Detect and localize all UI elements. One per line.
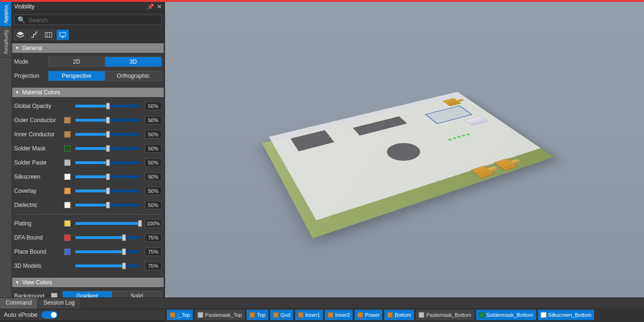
opacity-value[interactable]: 50% bbox=[145, 187, 162, 195]
section-general[interactable]: ▼ General bbox=[12, 43, 164, 53]
chip bbox=[381, 140, 426, 164]
material-label: Inner Conductor bbox=[14, 131, 64, 138]
layer-toggle[interactable]: Pastemask_Top bbox=[195, 310, 245, 320]
opacity-slider[interactable] bbox=[75, 222, 140, 225]
projection-label: Projection bbox=[14, 73, 48, 79]
orthographic-button[interactable]: Orthographic bbox=[105, 71, 161, 81]
opacity-value[interactable]: 50% bbox=[145, 130, 162, 139]
layer-toggle[interactable]: Inner1 bbox=[295, 310, 323, 320]
opacity-slider[interactable] bbox=[75, 190, 140, 192]
layer-toggle[interactable]: Bottom bbox=[384, 310, 414, 320]
layer-toggle[interactable]: :_Top bbox=[167, 310, 193, 320]
mode-3d-button[interactable]: 3D bbox=[105, 57, 161, 66]
material-label: Outer Conductor bbox=[14, 117, 64, 124]
objects-tool-icon[interactable] bbox=[42, 30, 55, 40]
opacity-value[interactable]: 100% bbox=[145, 219, 162, 228]
material-row: Plating100% bbox=[14, 217, 162, 230]
opacity-value[interactable]: 50% bbox=[145, 144, 162, 153]
layer-swatch bbox=[419, 312, 424, 318]
material-label: Silkscreen bbox=[14, 173, 64, 180]
color-swatch[interactable] bbox=[64, 202, 71, 208]
color-swatch[interactable] bbox=[64, 173, 71, 180]
chip bbox=[353, 116, 407, 135]
color-swatch[interactable] bbox=[64, 234, 71, 241]
nets-tool-icon[interactable] bbox=[28, 30, 41, 40]
search-input[interactable] bbox=[28, 17, 158, 24]
color-swatch[interactable] bbox=[64, 248, 71, 255]
material-label: 3D Models bbox=[14, 263, 64, 269]
material-label: Place Bound bbox=[14, 248, 64, 255]
opacity-slider[interactable] bbox=[75, 175, 140, 178]
material-row: Solder Paste50% bbox=[14, 157, 162, 169]
layer-toggle[interactable]: Gnd bbox=[270, 310, 293, 320]
layers-tool-icon[interactable] bbox=[14, 30, 26, 40]
3d-viewport[interactable] bbox=[165, 2, 644, 297]
opacity-slider[interactable] bbox=[75, 161, 140, 164]
close-icon[interactable]: ✕ bbox=[157, 3, 162, 10]
layer-swatch bbox=[170, 312, 175, 318]
layer-toggle[interactable]: Top bbox=[247, 310, 268, 320]
background-swatch[interactable] bbox=[51, 293, 58, 297]
material-row: DFA Bound75% bbox=[14, 231, 162, 244]
opacity-slider[interactable] bbox=[75, 204, 140, 206]
opacity-value[interactable]: 50% bbox=[145, 116, 162, 124]
opacity-slider[interactable] bbox=[75, 119, 140, 122]
layer-swatch bbox=[357, 312, 363, 318]
panel-toolbar bbox=[11, 28, 165, 42]
opacity-slider[interactable] bbox=[75, 250, 140, 253]
opacity-slider[interactable] bbox=[75, 147, 140, 150]
gradient-button[interactable]: Gradient bbox=[63, 291, 112, 297]
color-swatch[interactable] bbox=[64, 159, 71, 166]
material-row: Outer Conductor50% bbox=[14, 114, 162, 126]
layer-label: Inner1 bbox=[305, 312, 320, 318]
search-box[interactable]: 🔍 bbox=[14, 15, 162, 25]
layer-toggle[interactable]: Pastemask_Bottom bbox=[416, 310, 474, 320]
svg-rect-3 bbox=[60, 33, 66, 36]
opacity-value[interactable]: 75% bbox=[145, 248, 162, 256]
opacity-slider[interactable] bbox=[75, 133, 140, 136]
material-label: Dielectric bbox=[14, 202, 64, 208]
layer-toggle[interactable]: Soldermask_Bottom bbox=[476, 310, 536, 320]
layer-label: Pastemask_Top bbox=[205, 312, 242, 318]
layer-swatch bbox=[541, 312, 546, 318]
opacity-value[interactable]: 50% bbox=[145, 102, 162, 110]
section-view-colors[interactable]: ▼ View Colors bbox=[12, 278, 164, 287]
layer-toggle[interactable]: Silkscreen_Bottom bbox=[538, 310, 594, 320]
auto-xprobe-toggle[interactable] bbox=[41, 311, 58, 319]
bg-mode-group: Gradient Solid bbox=[62, 291, 162, 297]
layer-toggle[interactable]: Inner2 bbox=[325, 310, 353, 320]
color-swatch[interactable] bbox=[64, 117, 71, 124]
section-material-colors[interactable]: ▼ Material Colors bbox=[12, 88, 164, 97]
tab-visibility[interactable]: Visibility bbox=[0, 2, 11, 27]
layer-bar: :_TopPastemask_TopTopGndInner1Inner2Powe… bbox=[165, 308, 644, 322]
opacity-value[interactable]: 50% bbox=[145, 173, 162, 181]
solid-button[interactable]: Solid bbox=[112, 291, 161, 297]
tab-symphony[interactable]: Symphony bbox=[0, 27, 11, 58]
pin-icon[interactable]: 📌 bbox=[147, 3, 154, 10]
opacity-slider[interactable] bbox=[75, 264, 140, 267]
color-swatch[interactable] bbox=[64, 131, 71, 138]
opacity-value[interactable]: 50% bbox=[145, 158, 162, 167]
opacity-value[interactable]: 75% bbox=[145, 262, 162, 270]
opacity-value[interactable]: 75% bbox=[145, 233, 162, 242]
display-tool-icon[interactable] bbox=[57, 30, 69, 40]
layer-label: Pastemask_Bottom bbox=[426, 312, 471, 318]
tab-command[interactable]: Command bbox=[0, 298, 38, 309]
bottom-tabs: Command Session Log bbox=[0, 297, 644, 309]
opacity-value[interactable]: 50% bbox=[145, 201, 162, 209]
color-swatch[interactable] bbox=[64, 145, 71, 152]
layer-label: Soldermask_Bottom bbox=[487, 312, 533, 318]
opacity-slider[interactable] bbox=[75, 105, 140, 107]
layer-toggle[interactable]: Power bbox=[355, 310, 382, 320]
material-row: Place Bound75% bbox=[14, 246, 162, 258]
projection-group: Perspective Orthographic bbox=[48, 71, 162, 81]
opacity-slider[interactable] bbox=[75, 236, 140, 239]
tab-session-log[interactable]: Session Log bbox=[38, 298, 81, 309]
mode-2d-button[interactable]: 2D bbox=[49, 57, 105, 66]
color-swatch[interactable] bbox=[64, 188, 71, 194]
perspective-button[interactable]: Perspective bbox=[49, 71, 105, 81]
color-swatch[interactable] bbox=[64, 220, 71, 227]
svg-rect-0 bbox=[45, 33, 52, 37]
layer-swatch bbox=[198, 312, 203, 318]
material-row: Global Opacity50% bbox=[14, 100, 162, 112]
